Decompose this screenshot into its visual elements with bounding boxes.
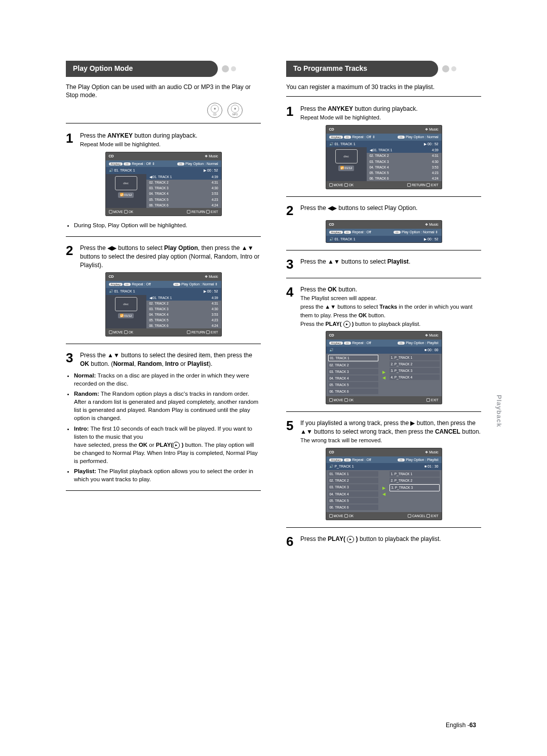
cd-icon: ◉CD	[207, 103, 222, 118]
side-tab-playback: Playback	[494, 395, 503, 427]
heading-text: To Programme Tracks	[293, 64, 367, 72]
right-step-3: 3 Press the ▲▼ buttons to select Playlis…	[286, 258, 481, 271]
heading-programme-tracks: To Programme Tracks	[286, 61, 438, 77]
right-step-2: 2 Press the ◀▶ buttons to select Play Op…	[286, 204, 481, 217]
right-osd-1: CD❖ Music Anykey▭Repeat : Off ⇕▭Play Opt…	[326, 125, 442, 189]
right-osd-4: CD❖ Music Anykey▭Repeat : Off▭Play Optio…	[326, 448, 442, 520]
left-step-3: 3 Press the ▲▼ buttons to select the des…	[66, 351, 261, 368]
page: Play Option Mode The Play Option can be …	[66, 61, 481, 551]
left-note: During Stop, Play Option will be highlig…	[66, 221, 261, 229]
right-step-1: 1 Press the ANYKEY button during playbac…	[286, 105, 481, 122]
left-step-1: 1 Press the ANYKEY button during playbac…	[66, 132, 261, 149]
right-step-6: 6 Press the PLAY( ▸ ) button to playback…	[286, 535, 481, 548]
col-right: To Programme Tracks You can register a m…	[286, 61, 481, 551]
right-osd-2: CD❖ Music Anykey▭Repeat : Off▭Play Optio…	[326, 220, 442, 243]
left-osd-1: CD❖ Music Anykey▭Repeat : Off ⇕▭Play Opt…	[105, 152, 222, 216]
left-bullets: Normal: Tracks on a disc are played in t…	[66, 371, 261, 483]
right-step-4: 4 Press the OK button. The Playlist scre…	[286, 285, 481, 328]
left-osd-2: CD❖ Music Anykey▭Repeat : Off▭Play Optio…	[105, 272, 222, 337]
page-footer: English -63	[446, 721, 476, 730]
mp3-icon: ◉MP3	[227, 103, 243, 118]
disc-icons: ◉CD ◉MP3	[66, 103, 243, 118]
intro-text: You can register a maximum of 30 tracks …	[286, 83, 481, 92]
intro-text: The Play Option can be used with an audi…	[66, 83, 261, 100]
right-step-5: 5 If you playlisted a wrong track, press…	[286, 419, 481, 444]
heading-text: Play Option Mode	[73, 64, 133, 72]
right-osd-3: CD❖ Music Anykey▭Repeat : Off▭Play Optio…	[326, 331, 442, 404]
col-left: Play Option Mode The Play Option can be …	[66, 61, 261, 551]
left-step-2: 2 Press the ◀▶ buttons to select Play Op…	[66, 244, 261, 269]
heading-play-option: Play Option Mode	[66, 61, 218, 77]
